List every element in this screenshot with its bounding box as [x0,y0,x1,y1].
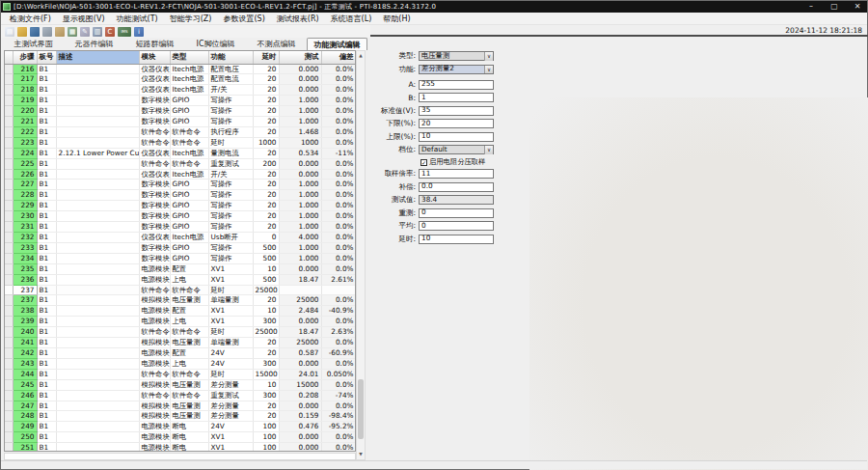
cell[interactable]: 20 [253,222,279,233]
row-selector[interactable] [5,233,13,243]
row-selector[interactable] [5,158,13,169]
cell[interactable]: 221 [13,117,37,127]
a-field[interactable]: 255 [419,80,494,90]
cell[interactable]: B1 [37,379,56,390]
info-icon[interactable]: i [134,27,144,37]
cell[interactable]: 20 [253,190,279,201]
cell[interactable]: 单端量测 [208,338,253,348]
cell[interactable]: -11% [321,148,356,158]
function-select[interactable]: 差分测量2∨ [419,65,494,74]
cell[interactable]: 20 [253,148,279,158]
cell[interactable]: B1 [37,338,56,348]
horizontal-scrollbar[interactable] [4,453,356,460]
cell[interactable]: 500 [253,274,279,285]
cell[interactable] [56,233,139,243]
cell[interactable]: 模拟模块 [139,411,170,422]
cell[interactable]: 15000 [279,379,321,390]
standard-value-field[interactable]: 35 [419,106,494,116]
cell[interactable]: 配置 [170,347,208,358]
cell[interactable]: 软件命令 [170,390,208,401]
cell[interactable]: 25000 [279,295,321,306]
cell[interactable]: 0.0% [321,190,356,201]
cell[interactable]: 223 [13,137,37,148]
cell[interactable]: 配置 [170,306,208,317]
cell[interactable]: B1 [37,74,56,85]
menu-smart-learn[interactable]: 智能学习(Z) [164,13,218,25]
cell[interactable]: B1 [37,390,56,401]
cell[interactable]: B1 [37,432,56,443]
cell[interactable]: 1.000 [279,211,321,222]
cell[interactable]: 18.47 [279,274,321,285]
table-row[interactable]: 234B1数字模块GPIO写操作5001.0000.0% [5,253,356,263]
cell[interactable]: XV1 [208,263,253,274]
table-row[interactable]: 218B1仪器仪表Itech电源开/关200.0000.0% [5,85,356,96]
menu-function-test[interactable]: 功能测试(T) [111,13,164,25]
cell[interactable]: 仪器仪表 [139,64,170,74]
row-selector[interactable] [5,411,13,422]
cell[interactable]: 237 [13,285,37,295]
cell[interactable]: Itech电源 [170,85,208,96]
cell[interactable]: 数字模块 [139,96,170,106]
cell[interactable]: B1 [37,117,56,127]
cell[interactable]: 数字模块 [139,201,170,211]
table-row[interactable]: 230B1数字模块GPIO写操作201.0000.0% [5,211,356,222]
cell[interactable]: 0.476 [279,422,321,432]
cell[interactable]: 20 [253,117,279,127]
table-row[interactable]: 244B1软件命令软件命令延时1500024.010.050% [5,369,356,379]
table-row[interactable]: 249B1电源模块断电24V1000.476-95.2% [5,422,356,432]
row-selector[interactable] [5,64,13,74]
table-row[interactable]: 226B1仪器仪表Itech电源开/关200.0000.0% [5,169,356,180]
row-selector[interactable] [5,443,13,452]
cell[interactable]: 100 [253,432,279,443]
row-selector[interactable] [5,117,13,127]
cell[interactable]: 4.000 [279,233,321,243]
menu-view[interactable]: 显示视图(V) [57,13,111,25]
delay-field[interactable]: 10 [419,235,494,244]
table-row[interactable]: 229B1数字模块GPIO写操作201.0000.0% [5,201,356,211]
retest-field[interactable]: 0 [419,208,494,218]
cell[interactable]: 上电 [170,358,208,369]
cell[interactable]: 300 [253,358,279,369]
edit-icon[interactable]: ✎ [80,27,90,37]
cell[interactable] [56,242,139,253]
cell[interactable]: 电源模块 [139,306,170,317]
cell[interactable]: 245 [13,379,37,390]
table-row[interactable]: 231B1数字模块GPIO写操作201.0000.0% [5,222,356,233]
row-selector[interactable] [5,148,13,158]
cell[interactable]: 数字模块 [139,106,170,117]
tab-component-edit[interactable]: 元器件编辑 [64,38,124,50]
cell[interactable]: 延时 [208,137,253,148]
cell[interactable]: B1 [37,64,56,74]
cell[interactable] [56,74,139,85]
row-selector[interactable] [5,96,13,106]
cell[interactable] [56,263,139,274]
cell[interactable]: XV1 [208,432,253,443]
cell[interactable]: 配置 [170,263,208,274]
cell[interactable]: 247 [13,401,37,411]
cell[interactable]: 上电 [170,274,208,285]
cell[interactable]: GPIO [170,201,208,211]
row-selector[interactable] [5,180,13,190]
table-row[interactable]: 227B1数字模块GPIO写操作201.0000.0% [5,180,356,190]
cell[interactable] [56,358,139,369]
cell[interactable] [56,64,139,74]
table-row[interactable]: 217B1仪器仪表Itech电源配置电流200.0000.0% [5,74,356,85]
scroll-down-icon[interactable]: ▼ [357,450,365,459]
tab-function-test-edit[interactable]: 功能测试编辑 [307,38,367,50]
cell[interactable]: 0.0% [321,242,356,253]
cell[interactable]: B1 [37,253,56,263]
cell[interactable]: GPIO [170,222,208,233]
cell[interactable]: 1.000 [279,180,321,190]
cell[interactable]: 20 [253,64,279,74]
cell[interactable]: B1 [37,201,56,211]
table-row[interactable]: 224B12.12.1 Lower Power Current仪器仪表Itech… [5,148,356,158]
row-selector[interactable] [5,169,13,180]
cell[interactable]: 2.61% [321,274,356,285]
cell[interactable] [56,169,139,180]
cell[interactable]: 1000 [279,137,321,148]
cell[interactable]: 软件命令 [139,158,170,169]
b-field[interactable]: 1 [419,93,494,102]
cell[interactable]: 仪器仪表 [139,169,170,180]
cell[interactable]: 软件命令 [139,327,170,338]
cell[interactable]: 225 [13,158,37,169]
